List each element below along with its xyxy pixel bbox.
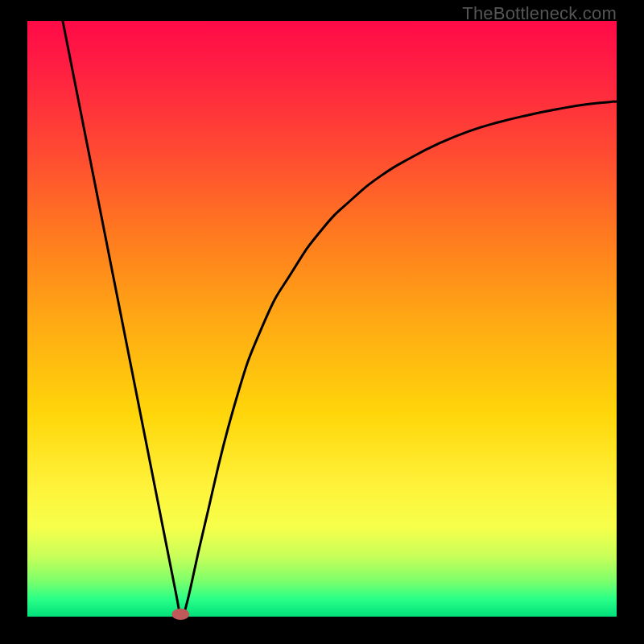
bottleneck-curve-path [63, 21, 617, 621]
curve-layer [27, 21, 617, 617]
min-marker [171, 609, 189, 620]
plot-area [27, 21, 617, 617]
chart-frame: TheBottleneck.com [0, 0, 644, 644]
